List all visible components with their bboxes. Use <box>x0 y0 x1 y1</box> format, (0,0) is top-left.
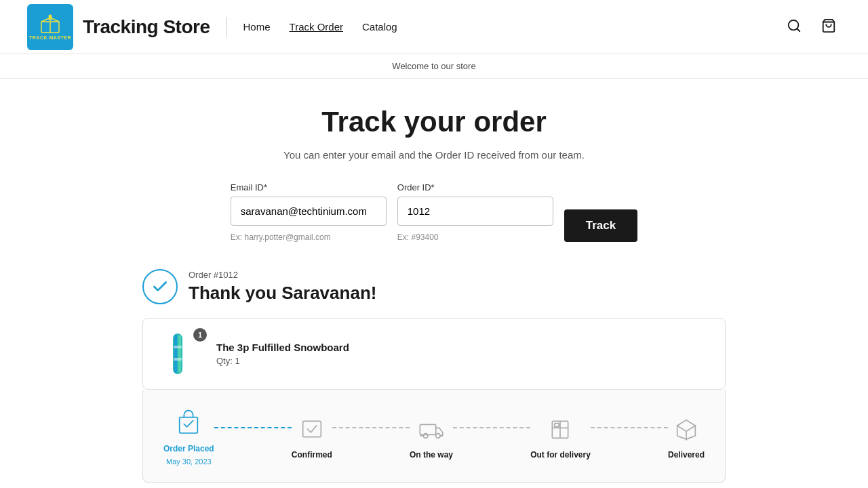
svg-rect-9 <box>174 335 177 373</box>
confirmed-icon <box>295 412 329 446</box>
product-card: 1 The 3p Fulfilled Snowboard Qty: 1 <box>142 318 726 390</box>
step-out-for-delivery: Out for delivery <box>530 412 591 460</box>
tracking-form: Email ID* Ex: harry.potter@gmail.com Ord… <box>142 182 726 242</box>
nav-home[interactable]: Home <box>243 21 271 33</box>
announcement-text: Welcome to our store <box>392 61 475 71</box>
svg-rect-12 <box>174 358 182 361</box>
step-label-out-delivery: Out for delivery <box>530 450 591 460</box>
timeline-steps: Order Placed May 30, 2023 Confirmed <box>163 406 705 466</box>
line-1 <box>214 427 292 428</box>
page-subtitle: You can enter your email and the Order I… <box>142 149 726 161</box>
order-id-field-group: Order ID* Ex: #93400 <box>397 182 553 242</box>
step-delivered: Delivered <box>668 412 705 460</box>
nav-catalog[interactable]: Catalog <box>362 21 397 33</box>
order-title-block: Order #1012 Thank you Saravanan! <box>189 270 376 304</box>
site-title: Tracking Store <box>83 16 210 38</box>
header: TRACK MASTER Tracking Store Home Track O… <box>0 0 868 54</box>
order-number: Order #1012 <box>189 270 376 280</box>
email-hint: Ex: harry.potter@gmail.com <box>231 232 387 242</box>
order-result: Order #1012 Thank you Saravanan! 1 <box>142 269 726 483</box>
product-quantity: Qty: 1 <box>216 356 349 366</box>
line-3 <box>453 427 530 428</box>
search-button[interactable] <box>783 14 806 39</box>
out-for-delivery-icon <box>543 412 577 446</box>
svg-rect-10 <box>178 335 181 373</box>
step-on-the-way: On the way <box>410 412 453 460</box>
email-label: Email ID* <box>231 182 387 192</box>
order-id-hint: Ex: #93400 <box>397 232 553 242</box>
cart-button[interactable] <box>816 14 841 39</box>
main-content: Track your order You can enter your emai… <box>129 79 739 488</box>
product-row: 1 The 3p Fulfilled Snowboard Qty: 1 <box>159 332 709 375</box>
product-image-wrap: 1 <box>159 332 203 375</box>
header-icons <box>783 14 841 39</box>
step-order-placed: Order Placed May 30, 2023 <box>163 406 214 466</box>
email-field-group: Email ID* Ex: harry.potter@gmail.com <box>231 182 387 242</box>
order-placed-icon <box>172 406 205 440</box>
cart-icon <box>821 18 837 33</box>
main-nav: Home Track Order Catalog <box>243 21 397 33</box>
step-date-placed: May 30, 2023 <box>166 458 212 466</box>
track-button-group: Track <box>564 209 637 242</box>
svg-rect-14 <box>303 421 321 436</box>
nav-track-order[interactable]: Track Order <box>290 21 343 33</box>
svg-rect-15 <box>420 424 435 434</box>
step-label-confirmed: Confirmed <box>292 450 332 460</box>
product-info: The 3p Fulfilled Snowboard Qty: 1 <box>216 342 349 366</box>
quantity-badge: 1 <box>193 328 207 342</box>
logo-label: TRACK MASTER <box>29 35 71 40</box>
order-header: Order #1012 Thank you Saravanan! <box>142 269 726 304</box>
order-id-label: Order ID* <box>397 182 553 192</box>
step-label-placed: Order Placed <box>163 444 214 453</box>
svg-rect-11 <box>174 346 182 348</box>
logo-area: TRACK MASTER Tracking Store <box>27 4 210 50</box>
svg-line-6 <box>797 28 800 31</box>
announcement-bar: Welcome to our store <box>0 54 868 79</box>
track-button[interactable]: Track <box>564 209 637 242</box>
product-name: The 3p Fulfilled Snowboard <box>216 342 349 353</box>
tracking-timeline: Order Placed May 30, 2023 Confirmed <box>142 390 726 483</box>
thank-you-message: Thank you Saravanan! <box>189 283 376 304</box>
search-icon <box>787 18 802 33</box>
delivered-icon <box>669 412 703 446</box>
on-the-way-icon <box>414 412 448 446</box>
product-image <box>159 332 196 375</box>
page-title: Track your order <box>142 106 726 138</box>
svg-point-2 <box>49 15 52 18</box>
line-2 <box>332 427 410 428</box>
success-check-icon <box>142 269 178 304</box>
line-4 <box>591 427 668 428</box>
header-divider <box>226 17 227 37</box>
step-confirmed: Confirmed <box>292 412 332 460</box>
logo-icon: TRACK MASTER <box>27 4 73 50</box>
email-input[interactable] <box>231 197 387 226</box>
step-label-delivered: Delivered <box>668 450 705 460</box>
svg-rect-23 <box>555 424 559 427</box>
step-label-on-way: On the way <box>410 450 453 460</box>
order-id-input[interactable] <box>397 197 553 226</box>
